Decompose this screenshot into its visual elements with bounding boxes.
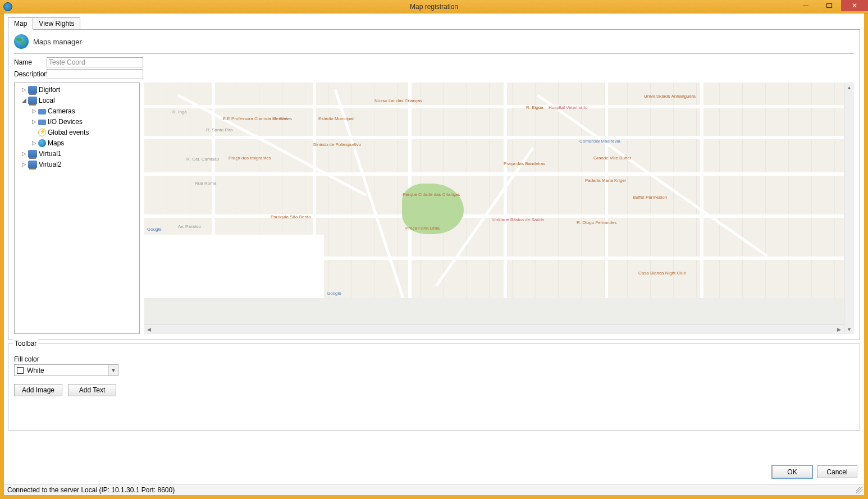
- tree-label: Maps: [48, 139, 64, 147]
- tree-item-virtual1[interactable]: ▷ Virtual1: [15, 148, 139, 159]
- fill-color-select[interactable]: White ▼: [14, 364, 118, 376]
- expand-icon[interactable]: ▷: [21, 151, 27, 157]
- tree-label: Local: [39, 97, 55, 104]
- tree-item-maps[interactable]: ▷ Maps: [15, 138, 139, 148]
- name-label: Name: [14, 58, 47, 66]
- description-input[interactable]: [47, 69, 143, 79]
- toolbar-group: Toolbar Fill color White ▼ Add Image Add…: [8, 344, 860, 431]
- tree-label: Virtual2: [39, 161, 61, 168]
- minimize-button[interactable]: [794, 0, 817, 11]
- map-image: R. Ingá R. Santa Rita R. Cel. Camisão Ru…: [144, 83, 844, 298]
- toolbar-legend: Toolbar: [13, 340, 38, 347]
- expand-icon[interactable]: ▷: [21, 162, 27, 167]
- ok-button[interactable]: OK: [772, 465, 812, 478]
- expand-icon[interactable]: ▷: [21, 87, 27, 93]
- section-title: Maps manager: [33, 38, 82, 46]
- window-body: Map View Rights Maps manager Name Descri…: [0, 13, 868, 499]
- expand-icon[interactable]: ▷: [31, 108, 37, 114]
- collapse-icon[interactable]: ◢: [21, 98, 27, 103]
- tree-label: Cameras: [48, 107, 75, 115]
- tree-panel[interactable]: ▷ Digifort ◢ Local ▷ Cameras ▷ I: [14, 83, 140, 334]
- titlebar: Map registration: [0, 0, 868, 13]
- description-label: Description: [14, 70, 47, 78]
- close-button[interactable]: [841, 0, 868, 11]
- tree-item-digifort[interactable]: ▷ Digifort: [15, 84, 139, 95]
- vertical-scrollbar[interactable]: ▲ ▼: [844, 83, 854, 334]
- tab-strip: Map View Rights: [8, 17, 860, 29]
- status-text: Connected to the server Local (IP: 10.1.…: [7, 486, 175, 494]
- fill-color-label: Fill color: [14, 355, 854, 363]
- expand-icon[interactable]: ▷: [31, 140, 37, 146]
- maximize-button[interactable]: [817, 0, 841, 11]
- tab-map[interactable]: Map: [8, 17, 33, 30]
- map-outer: R. Ingá R. Santa Rita R. Cel. Camisão Ru…: [144, 83, 854, 334]
- scroll-up-icon[interactable]: ▲: [844, 83, 854, 92]
- globe-icon: [14, 34, 29, 49]
- events-icon: [38, 129, 46, 136]
- server-icon: [28, 97, 37, 104]
- tree-label: Digifort: [39, 86, 60, 94]
- status-bar: Connected to the server Local (IP: 10.1.…: [4, 484, 864, 495]
- add-image-button[interactable]: Add Image: [14, 384, 62, 396]
- camera-icon: [38, 109, 46, 115]
- cancel-button[interactable]: Cancel: [817, 465, 857, 478]
- server-icon: [28, 86, 37, 94]
- server-icon: [28, 150, 37, 158]
- tree-item-global-events[interactable]: ▷ Global events: [15, 127, 139, 138]
- resize-grip-icon[interactable]: [856, 487, 863, 494]
- tree-label: Global events: [48, 129, 89, 136]
- fill-color-value: White: [27, 367, 44, 374]
- tab-view-rights[interactable]: View Rights: [33, 17, 80, 30]
- tree-item-io[interactable]: ▷ I/O Devices: [15, 116, 139, 127]
- color-swatch: [17, 367, 24, 374]
- description-row: Description: [14, 69, 854, 79]
- scroll-right-icon[interactable]: ▶: [834, 327, 844, 332]
- window-title: Map registration: [0, 3, 868, 11]
- section-header: Maps manager: [14, 34, 854, 54]
- tree-item-cameras[interactable]: ▷ Cameras: [15, 106, 139, 116]
- tab-content: Maps manager Name Description ▷ Digifort…: [8, 29, 860, 340]
- add-text-button[interactable]: Add Text: [68, 384, 116, 396]
- globe-icon: [38, 139, 46, 147]
- server-icon: [28, 161, 37, 168]
- tree-item-virtual2[interactable]: ▷ Virtual2: [15, 159, 139, 170]
- tree-label: Virtual1: [39, 150, 61, 158]
- name-input[interactable]: [47, 57, 143, 67]
- scroll-down-icon[interactable]: ▼: [844, 324, 854, 334]
- scroll-left-icon[interactable]: ◀: [144, 327, 154, 332]
- io-icon: [38, 120, 46, 125]
- svg-rect-0: [827, 4, 832, 8]
- chevron-down-icon[interactable]: ▼: [108, 365, 118, 376]
- tree-label: I/O Devices: [48, 118, 83, 126]
- expand-icon[interactable]: ▷: [31, 119, 37, 125]
- tree-item-local[interactable]: ◢ Local: [15, 95, 139, 106]
- name-row: Name: [14, 57, 854, 67]
- horizontal-scrollbar[interactable]: ◀ ▶: [144, 324, 844, 334]
- map-canvas[interactable]: R. Ingá R. Santa Rita R. Cel. Camisão Ru…: [144, 83, 844, 324]
